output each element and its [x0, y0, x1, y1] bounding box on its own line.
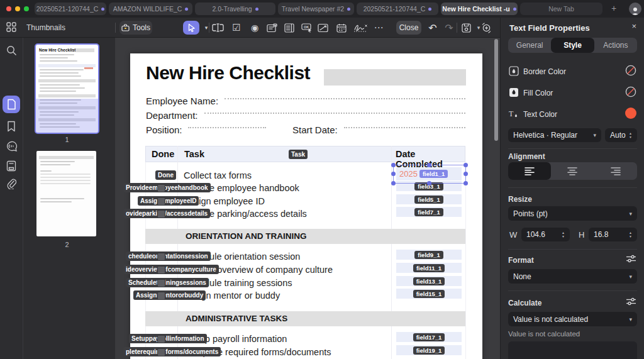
align-right-button[interactable] [594, 162, 637, 180]
pointer-tool-button[interactable] [183, 21, 199, 35]
attachments-icon[interactable] [5, 177, 18, 190]
date-field[interactable]: field5_1 [396, 194, 462, 204]
date-field[interactable]: field15_1 [396, 289, 462, 299]
bookmarks-icon[interactable] [5, 120, 18, 133]
signature-field-tool[interactable] [353, 21, 369, 34]
calendar-icon [336, 23, 347, 33]
text-field-tool[interactable] [211, 21, 224, 34]
ai-target-button[interactable] [480, 21, 492, 34]
page-thumbnails-icon[interactable] [5, 98, 18, 111]
doc-tab-5[interactable]: 20250521-120744_C [357, 3, 438, 15]
date-field[interactable]: field19_1 [396, 345, 462, 355]
text-color-label: Text Color [523, 110, 557, 119]
add-tab-button[interactable]: + [611, 3, 616, 13]
redo-button[interactable]: ↷ [443, 21, 455, 34]
border-color-swatch-none[interactable] [625, 65, 636, 76]
doc-tab-4[interactable]: Travel Newspaper #2 [278, 3, 354, 15]
traffic-light-close[interactable] [6, 6, 11, 11]
doc-tab-2[interactable]: AMAZON WILDLIFE_C [109, 3, 192, 15]
done-checkbox[interactable] [157, 348, 165, 356]
height-value: 16.8 [594, 230, 608, 239]
date-field[interactable]: field7_1 [396, 207, 462, 217]
font-dropdown[interactable]: Helvetica · Regular ▾ [508, 128, 601, 142]
date-field[interactable]: field17_1 [396, 332, 462, 342]
align-center-button[interactable] [551, 162, 594, 180]
tools-button[interactable]: Tools [119, 21, 152, 35]
done-checkbox[interactable] [157, 210, 165, 218]
radio-button-tool[interactable]: ◉ [248, 21, 261, 34]
format-options-icon[interactable] [626, 254, 636, 263]
done-checkbox[interactable] [157, 184, 165, 192]
field-name-badge: Setuppayrollinformation [129, 334, 207, 343]
done-checkbox[interactable] [157, 292, 165, 300]
undo-button[interactable]: ↶ [426, 21, 439, 34]
date-field[interactable]: field11_1 [396, 263, 462, 273]
selection-box[interactable] [393, 165, 466, 184]
image-field-tool[interactable] [316, 21, 329, 34]
position-line [188, 126, 266, 128]
panel-title: Text Field Properties [509, 23, 590, 33]
close-icon[interactable]: × [631, 21, 636, 31]
width-input[interactable]: 104.6 ▲▼ [521, 228, 570, 241]
fill-color-swatch-none[interactable] [625, 86, 636, 97]
calculate-options-icon[interactable] [626, 297, 636, 306]
page-2-thumbnail[interactable] [36, 151, 96, 236]
format-dropdown[interactable]: None ▾ [508, 269, 637, 284]
step-up-icon[interactable]: ▲ [629, 132, 632, 135]
done-checkbox[interactable] [157, 335, 165, 343]
align-left-button[interactable] [508, 162, 551, 180]
checkbox-tool[interactable]: ☑ [230, 21, 243, 34]
tab-actions[interactable]: Actions [594, 38, 637, 53]
done-checkbox[interactable] [157, 279, 165, 287]
step-up-icon[interactable]: ▲ [629, 231, 632, 235]
done-checkbox[interactable] [157, 253, 165, 261]
date-field[interactable]: field9_1 [396, 250, 462, 260]
font-size-stepper[interactable]: Auto ▲▼ [605, 128, 637, 142]
traffic-light-minimize[interactable] [15, 6, 20, 11]
export-document-icon[interactable] [5, 160, 18, 172]
text-color-swatch[interactable] [625, 108, 636, 119]
account-avatar[interactable] [629, 3, 641, 15]
field-id-badge: field19_1 [413, 346, 445, 355]
step-down-icon[interactable]: ▼ [629, 235, 632, 238]
height-input[interactable]: 16.8 ▲▼ [589, 228, 637, 241]
done-checkbox[interactable] [157, 266, 165, 274]
new-tab[interactable]: New Tab [520, 3, 602, 15]
calculate-expression-box[interactable] [508, 341, 637, 359]
date-field-tool[interactable] [335, 21, 348, 34]
step-up-icon[interactable]: ▲ [562, 231, 565, 235]
search-icon[interactable] [5, 44, 18, 57]
step-down-icon[interactable]: ▼ [562, 235, 565, 238]
more-tools-button[interactable]: ⋯ [372, 21, 385, 34]
list-box-tool[interactable] [283, 21, 296, 34]
doc-export-glyph [6, 160, 16, 172]
window-tab-bar: 20250521-120744_C AMAZON WILDLIFE_C 2.0-… [0, 0, 644, 18]
calculate-dropdown[interactable]: Value is not calculated ▾ [508, 312, 637, 326]
svg-text:T: T [509, 109, 514, 118]
resize-units-dropdown[interactable]: Points (pt) ▾ [508, 206, 637, 221]
doc-tab-3[interactable]: 2.0-Travelling [195, 3, 275, 15]
tab-style[interactable]: Style [551, 38, 594, 53]
page-1-thumbnail[interactable]: New Hire Checklist [35, 43, 99, 134]
doc-tab-1[interactable]: 20250521-120744_C [35, 3, 106, 15]
annotations-icon[interactable] [5, 140, 18, 153]
page-1-number: 1 [35, 136, 99, 143]
grid-apps-icon[interactable] [5, 21, 18, 33]
save-button[interactable] [460, 21, 472, 34]
tab-label: 2.0-Travelling [212, 5, 252, 13]
tab-general[interactable]: General [508, 38, 551, 53]
close-form-editor-button[interactable]: Close [396, 21, 421, 35]
document-scrollbar[interactable] [494, 39, 498, 141]
traffic-light-zoom[interactable] [24, 6, 29, 11]
step-down-icon[interactable]: ▼ [629, 136, 632, 139]
title-adjacent-field[interactable] [324, 69, 466, 86]
combo-box-tool[interactable] [265, 21, 278, 34]
pointer-tool-chevron[interactable]: ▾ [200, 21, 213, 34]
task-column-field-badge: Task [289, 150, 308, 159]
date-field[interactable]: field13_1 [396, 276, 462, 286]
push-button-tool[interactable]: OK [301, 21, 313, 34]
document-page[interactable]: New Hire Checklist Employee Name: Depart… [130, 53, 482, 359]
done-checkbox[interactable] [157, 197, 165, 206]
doc-tab-active[interactable]: New Hire Checklist -u [441, 3, 518, 15]
field-name-badge: Scheduletrainingsessions [126, 278, 209, 287]
